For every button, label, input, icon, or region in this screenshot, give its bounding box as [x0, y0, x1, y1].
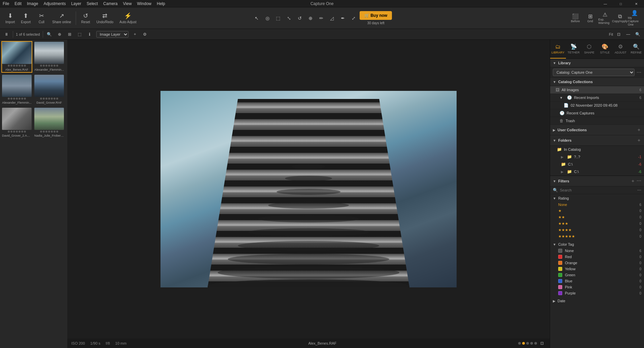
- rating-header[interactable]: ▼ Rating: [550, 195, 644, 202]
- cursor-tool-8[interactable]: ◿: [327, 13, 337, 23]
- reset-button[interactable]: ↺ Reset: [78, 9, 93, 28]
- tab-tether[interactable]: 📡 TETHER: [566, 40, 582, 59]
- view-control-1[interactable]: [518, 342, 521, 345]
- undo-redo-button[interactable]: ⇄ Undo/Redo: [94, 9, 116, 28]
- zoom-out-icon[interactable]: —: [624, 31, 632, 38]
- share-button[interactable]: ↗ Share online: [49, 9, 74, 28]
- layer-add-icon[interactable]: ＋: [131, 31, 139, 38]
- grid-view-icon[interactable]: ⊞: [66, 31, 73, 38]
- user-collections-header[interactable]: ▶ User Collections ＋: [550, 125, 644, 135]
- folder3-item[interactable]: ▶ 📁 C:\ -6: [550, 168, 644, 175]
- cursor-tool-9[interactable]: ✒: [338, 13, 348, 23]
- tab-adjust[interactable]: ⚙ ADJUST: [613, 40, 629, 59]
- filter-search-input[interactable]: [560, 188, 635, 192]
- library-section-header[interactable]: ▼ Library: [550, 59, 644, 67]
- maximize-button[interactable]: □: [613, 0, 629, 7]
- rating-4star-item[interactable]: ★★★★ 0: [550, 227, 644, 233]
- color-tag-orange-item[interactable]: Orange 0: [550, 260, 644, 266]
- recent-captures-item[interactable]: 🕐 Recent Captures: [550, 109, 644, 117]
- rating-1star-item[interactable]: ★ 0: [550, 208, 644, 214]
- color-tag-purple-item[interactable]: Purple 0: [550, 290, 644, 296]
- cursor-tool-5[interactable]: ↺: [295, 13, 305, 23]
- folders-header[interactable]: ▼ Folders ＋: [550, 135, 644, 146]
- buy-now-button[interactable]: 🛒 Buy now: [360, 11, 392, 20]
- menu-image[interactable]: Image: [27, 1, 38, 6]
- cursor-tool-6[interactable]: ⊕: [306, 13, 315, 23]
- all-images-item[interactable]: 🖼 All Images 6: [550, 86, 644, 94]
- trash-item[interactable]: 🗑 Trash: [550, 117, 644, 125]
- user-collections-add-icon[interactable]: ＋: [637, 127, 641, 133]
- menu-help[interactable]: Help: [157, 1, 165, 6]
- view-control-4[interactable]: [530, 342, 533, 345]
- film-thumb-1[interactable]: Alex_Benes.RAF: [1, 41, 32, 73]
- fit-icon[interactable]: ⊡: [615, 31, 622, 38]
- menu-window[interactable]: Window: [137, 1, 151, 6]
- color-tag-header[interactable]: ▼ Color Tag: [550, 241, 644, 248]
- date-header[interactable]: ▶ Date: [550, 298, 644, 304]
- cursor-tool-3[interactable]: ⬚: [274, 13, 283, 23]
- menu-camera[interactable]: Camera: [103, 1, 118, 6]
- zoom-icon[interactable]: 🔍: [46, 31, 53, 38]
- view-control-3[interactable]: [526, 342, 529, 345]
- color-tag-yellow-item[interactable]: Yellow 0: [550, 266, 644, 272]
- view-expand-icon[interactable]: ⊡: [538, 340, 546, 347]
- tab-refine[interactable]: 🔍 REFINE: [629, 40, 644, 59]
- import-button[interactable]: ⬇ Import: [3, 9, 17, 28]
- cull-button[interactable]: ✂ Cull: [34, 9, 49, 28]
- play-pause-icon[interactable]: ⏸: [3, 31, 10, 38]
- search-panel-icon[interactable]: 🔍: [634, 31, 641, 38]
- film-thumb-4[interactable]: David_Grover.RAF: [34, 74, 65, 106]
- folders-add-icon[interactable]: ＋: [637, 137, 641, 143]
- rating-5star-item[interactable]: ★★★★★ 0: [550, 233, 644, 240]
- my-capture-one-button[interactable]: 👤 My Capture One: [628, 11, 641, 26]
- film-thumb-5[interactable]: David_Grover_2.ARW: [1, 107, 32, 139]
- recent-import-date-item[interactable]: 📄 02 November 2020 09:45:08: [550, 102, 644, 109]
- color-tag-blue-item[interactable]: Blue 0: [550, 278, 644, 284]
- filter-search-menu-icon[interactable]: ⋯: [637, 188, 641, 193]
- color-tag-pink-item[interactable]: Pink 0: [550, 284, 644, 290]
- filters-menu-icon[interactable]: ⋯: [637, 178, 641, 184]
- main-image-area[interactable]: [67, 40, 550, 339]
- view-control-2[interactable]: [522, 342, 525, 345]
- in-catalog-item[interactable]: 📁 In Catalog: [550, 146, 644, 153]
- cursor-tool-4[interactable]: ⤡: [284, 13, 294, 23]
- color-tag-red-item[interactable]: Red 0: [550, 254, 644, 260]
- menu-adjustments[interactable]: Adjustments: [43, 1, 66, 6]
- info-icon[interactable]: ℹ: [86, 31, 94, 38]
- export-button[interactable]: ⬆ Export: [18, 9, 33, 28]
- color-tag-green-item[interactable]: Green 0: [550, 272, 644, 278]
- copy-apply-button[interactable]: ⧉ Copy/Apply: [613, 11, 627, 26]
- tab-shape[interactable]: ⬡ SHAPE: [581, 40, 597, 59]
- cursor-tool-10[interactable]: ⤢: [349, 13, 358, 23]
- menu-view[interactable]: View: [123, 1, 132, 6]
- film-thumb-3[interactable]: Alexander_Flemmin...: [1, 74, 32, 106]
- film-thumb-6[interactable]: Nadia_Julie_Froberg...: [34, 107, 65, 139]
- exp-warning-button[interactable]: ⚠ Exp. Warning: [598, 11, 612, 26]
- auto-adjust-button[interactable]: ⚡ Auto Adjust: [117, 9, 139, 28]
- image-layer-select[interactable]: Image Layer: [96, 31, 129, 38]
- menu-edit[interactable]: Edit: [14, 1, 22, 6]
- menu-layer[interactable]: Layer: [71, 1, 81, 6]
- compare-icon[interactable]: ⬚: [76, 31, 83, 38]
- folder1-item[interactable]: ▶ 📁 ?..? -1: [550, 153, 644, 161]
- tab-style[interactable]: 🎨 STYLE: [597, 40, 613, 59]
- minimize-button[interactable]: —: [598, 0, 613, 7]
- menu-select[interactable]: Select: [86, 1, 98, 6]
- rating-2star-item[interactable]: ★★ 0: [550, 214, 644, 220]
- menu-file[interactable]: File: [3, 1, 9, 6]
- zoom-in-icon[interactable]: ⊕: [56, 31, 63, 38]
- rating-3star-item[interactable]: ★★★ 0: [550, 220, 644, 227]
- layer-settings-icon[interactable]: ⚙: [141, 31, 149, 38]
- recent-imports-item[interactable]: ▼ 🕐 Recent Imports 6: [550, 94, 644, 102]
- color-tag-none-item[interactable]: None 6: [550, 248, 644, 254]
- filters-section-header[interactable]: ▼ Filters ＋ ⋯: [550, 175, 644, 186]
- folder2-item[interactable]: 📁 C:\ -6: [550, 161, 644, 168]
- cursor-tool-2[interactable]: ◎: [263, 13, 272, 23]
- tab-library[interactable]: 🗂 LIBRARY: [550, 40, 566, 59]
- catalog-select[interactable]: Catalog: Capture One: [553, 69, 635, 76]
- cursor-tool-7[interactable]: ✏: [317, 13, 326, 23]
- cursor-tool-1[interactable]: ↖: [252, 13, 261, 23]
- before-button[interactable]: ⬛ Before: [569, 11, 582, 26]
- rating-none-item[interactable]: None 6: [550, 202, 644, 208]
- filters-add-icon[interactable]: ＋: [631, 178, 635, 184]
